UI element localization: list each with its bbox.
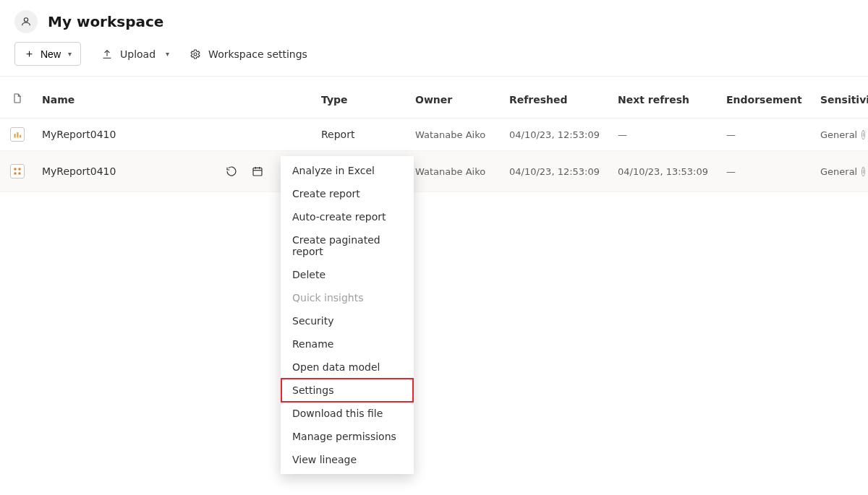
content-table: Name Type Owner Refreshed Next refresh E… (0, 77, 868, 192)
column-header-actions (281, 77, 314, 119)
row-type-icon-cell (0, 151, 35, 192)
schedule-refresh-button[interactable] (246, 160, 269, 183)
report-icon (10, 127, 25, 142)
row-sensitivity: General (820, 129, 857, 140)
menu-item-download-file[interactable]: Download this file (281, 402, 414, 425)
column-header-name[interactable]: Name (35, 77, 281, 119)
row-endorsement: — (719, 119, 813, 151)
menu-item-delete[interactable]: Delete (281, 263, 414, 286)
table-row[interactable]: MyReport0410 Report Watanabe Aiko 04/10/… (0, 119, 868, 151)
table-header-row: Name Type Owner Refreshed Next refresh E… (0, 77, 868, 119)
workspace-avatar (14, 10, 38, 33)
row-actions-cell (281, 119, 314, 151)
workspace-title: My workspace (48, 13, 163, 30)
row-name[interactable]: MyReport0410 (35, 151, 281, 192)
row-refreshed: 04/10/23, 12:53:09 (502, 119, 610, 151)
row-refreshed: 04/10/23, 12:53:09 (502, 151, 610, 192)
row-sensitivity: General (820, 166, 857, 177)
workspace-settings-label: Workspace settings (208, 48, 307, 60)
chevron-down-icon: ▾ (166, 50, 169, 58)
row-actions (220, 160, 273, 183)
table-row[interactable]: MyReport0410 (0, 151, 868, 192)
dataset-icon (10, 164, 25, 178)
upload-icon (101, 48, 113, 60)
file-icon (12, 92, 23, 104)
column-header-refreshed[interactable]: Refreshed (502, 77, 610, 119)
upload-button[interactable]: Upload ▾ (101, 48, 169, 60)
row-next-refresh: — (610, 119, 719, 151)
workspace-header: My workspace (0, 0, 868, 42)
person-icon (20, 16, 32, 27)
new-button-label: New (41, 48, 61, 60)
gear-icon (190, 48, 201, 60)
column-header-endorsement[interactable]: Endorsement (719, 77, 813, 119)
svg-rect-2 (14, 134, 16, 137)
svg-rect-7 (14, 173, 17, 175)
toolbar: ＋ New ▾ Upload ▾ Workspace settings (0, 42, 868, 77)
info-icon[interactable]: i (861, 130, 865, 139)
workspace-settings-button[interactable]: Workspace settings (190, 48, 307, 60)
menu-item-rename[interactable]: Rename (281, 332, 414, 356)
upload-label: Upload (120, 48, 156, 60)
menu-item-security[interactable]: Security (281, 309, 414, 332)
new-button[interactable]: ＋ New ▾ (14, 42, 81, 66)
svg-point-1 (194, 53, 197, 56)
chevron-down-icon: ▾ (68, 50, 72, 58)
column-header-icon (0, 77, 35, 119)
plus-icon: ＋ (24, 47, 35, 61)
row-type: Report (314, 119, 408, 151)
row-sensitivity-cell: General i (813, 119, 868, 151)
context-menu: Analyze in Excel Create report Auto-crea… (281, 156, 414, 474)
menu-item-manage-permissions[interactable]: Manage permissions (281, 425, 414, 448)
svg-rect-9 (253, 168, 262, 176)
menu-item-create-report[interactable]: Create report (281, 182, 414, 205)
menu-item-quick-insights: Quick insights (281, 286, 414, 309)
row-owner: Watanabe Aiko (408, 119, 502, 151)
menu-item-auto-create-report[interactable]: Auto-create report (281, 205, 414, 228)
menu-item-create-paginated-report[interactable]: Create paginated report (281, 228, 414, 263)
menu-item-settings[interactable]: Settings (281, 378, 414, 403)
row-type-icon-cell (0, 119, 35, 151)
svg-rect-6 (19, 168, 21, 171)
row-name[interactable]: MyReport0410 (35, 119, 281, 151)
content-table-area: Name Type Owner Refreshed Next refresh E… (0, 77, 868, 192)
column-header-owner[interactable]: Owner (408, 77, 502, 119)
column-header-next-refresh[interactable]: Next refresh (610, 77, 719, 119)
row-next-refresh: 04/10/23, 13:53:09 (610, 151, 719, 192)
refresh-button[interactable] (220, 160, 243, 183)
svg-point-0 (24, 18, 27, 22)
column-header-type[interactable]: Type (314, 77, 408, 119)
row-sensitivity-cell: General i (813, 151, 868, 192)
svg-rect-3 (17, 132, 18, 138)
row-endorsement: — (719, 151, 813, 192)
column-header-sensitivity[interactable]: Sensitivity (813, 77, 868, 119)
menu-item-open-data-model[interactable]: Open data model (281, 356, 414, 379)
svg-rect-5 (14, 168, 17, 171)
svg-rect-8 (19, 173, 21, 175)
menu-item-analyze-excel[interactable]: Analyze in Excel (281, 159, 414, 182)
svg-rect-4 (20, 135, 21, 138)
info-icon[interactable]: i (861, 167, 865, 176)
row-owner: Watanabe Aiko (408, 151, 502, 192)
row-name-text: MyReport0410 (42, 165, 116, 177)
menu-item-view-lineage[interactable]: View lineage (281, 448, 414, 471)
